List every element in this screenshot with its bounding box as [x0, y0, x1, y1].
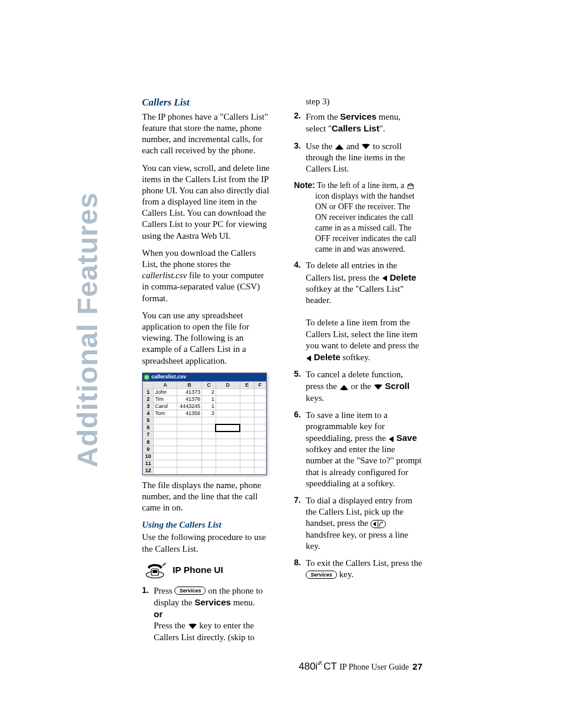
step-continuation: step 3)	[294, 96, 422, 107]
svg-point-8	[382, 522, 383, 523]
step-4: To delete all entries in the Callers lis…	[294, 260, 422, 363]
page-footer: 480iCT IP Phone User Guide27	[294, 661, 422, 673]
ip-phone-ui-label: IP Phone UI	[173, 564, 223, 576]
down-arrow-icon	[361, 144, 371, 150]
body-text: Use the following procedure to use the C…	[142, 532, 270, 554]
table-row: 7	[143, 431, 266, 439]
left-column: Callers List The IP phones have a "Calle…	[142, 96, 270, 649]
body-text: The file displays the name, phone number…	[142, 480, 270, 514]
left-arrow-icon	[306, 355, 312, 362]
svg-point-9	[321, 664, 322, 665]
page-number: 27	[412, 661, 422, 671]
step-3: Use the and to scroll through the line i…	[294, 141, 422, 175]
section-tab-label: Additional Features	[71, 192, 104, 467]
table-row: 5	[143, 417, 266, 424]
signal-icon	[318, 660, 323, 666]
table-row: 1John413732	[143, 388, 266, 396]
guide-title: IP Phone User Guide	[339, 663, 409, 671]
table-row: 8	[143, 439, 266, 446]
ip-phone-ui-heading: IP Phone UI	[144, 562, 270, 578]
body-text: You can use any spreadsheet application …	[142, 310, 270, 367]
up-arrow-icon	[339, 384, 349, 390]
services-key-icon: Services	[174, 587, 206, 595]
table-row: 3Carol44432451	[143, 403, 266, 410]
down-arrow-icon	[373, 384, 383, 390]
handsfree-key-icon	[371, 520, 386, 528]
body-text: When you download the Callers List, the …	[142, 248, 270, 304]
note-block: Note: To the left of a line item, a icon…	[294, 180, 422, 254]
header-row: A B C D E F	[143, 381, 266, 388]
spreadsheet-grid: A B C D E F 1John413732 2Tim413761 3Caro…	[143, 381, 266, 475]
left-arrow-icon	[382, 275, 388, 282]
svg-rect-4	[153, 570, 157, 573]
left-arrow-icon	[388, 436, 394, 443]
phone-icon	[144, 562, 167, 578]
spreadsheet-title-bar: callerslist.csv	[143, 373, 266, 381]
spreadsheet-screenshot: callerslist.csv A B C D E F 1John413732 …	[142, 373, 267, 475]
table-row: 4Tom413563	[143, 410, 266, 417]
step-6: To save a line item to a programmable ke…	[294, 410, 422, 489]
up-arrow-icon	[335, 144, 344, 150]
note-label: Note:	[294, 180, 315, 190]
heading-using-callers-list: Using the Callers List	[142, 519, 270, 531]
table-row: 6	[143, 424, 266, 431]
right-column: step 3) From the Services menu, select "…	[294, 96, 422, 586]
heading-callers-list: Callers List	[142, 96, 270, 109]
table-row: 2Tim413761	[143, 396, 266, 403]
step-5: To cancel a delete function, press the o…	[294, 369, 422, 404]
svg-rect-5	[408, 186, 414, 189]
procedure-steps-left: Press Services on the phone to display t…	[142, 585, 270, 643]
selected-cell	[216, 424, 240, 431]
services-key-icon: Services	[306, 571, 337, 579]
step-2: From the Services menu, select "Callers …	[294, 111, 422, 134]
page: Additional Features Callers List The IP …	[0, 0, 562, 728]
body-text: The IP phones have a "Callers List" feat…	[142, 111, 270, 157]
step-1: Press Services on the phone to display t…	[142, 585, 270, 643]
procedure-steps-right: From the Services menu, select "Callers …	[294, 111, 422, 174]
body-text: You can view, scroll, and delete line it…	[142, 163, 270, 242]
down-arrow-icon	[188, 624, 197, 630]
step-7: To dial a displayed entry from the Calle…	[294, 495, 422, 552]
table-row: 11	[143, 460, 266, 467]
filename: callerlist.csv	[142, 271, 187, 280]
excel-icon	[144, 374, 150, 380]
phone-handset-icon	[406, 183, 415, 189]
or-label: or	[154, 609, 163, 619]
model-number: 480iCT	[299, 661, 339, 672]
table-row: 10	[143, 453, 266, 460]
step-8: To exit the Callers List, press the Serv…	[294, 558, 422, 580]
table-row: 9	[143, 446, 266, 453]
procedure-steps-right-cont: To delete all entries in the Callers lis…	[294, 260, 422, 580]
spreadsheet-filename: callerslist.csv	[151, 374, 186, 381]
table-row: 12	[143, 467, 266, 474]
